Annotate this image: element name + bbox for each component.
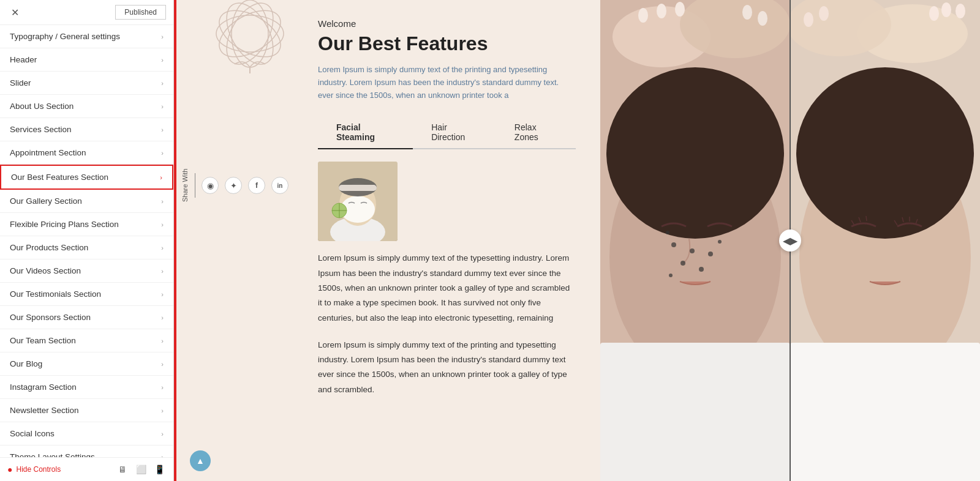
sidebar-chevron-icon: ›: [161, 267, 164, 275]
before-after-handle[interactable]: ◀▶: [779, 229, 801, 252]
sidebar-item-17[interactable]: Social Icons›: [0, 422, 173, 446]
svg-point-51: [819, 6, 829, 21]
instagram-share-icon[interactable]: ◉: [202, 177, 219, 194]
sidebar-item-label: Slider: [10, 78, 31, 88]
svg-point-27: [666, 231, 669, 234]
svg-point-25: [699, 267, 704, 272]
sidebar-item-9[interactable]: Our Products Section›: [0, 236, 173, 259]
mobile-icon[interactable]: 📱: [153, 463, 166, 476]
close-button[interactable]: ✕: [7, 5, 22, 20]
sidebar-item-10[interactable]: Our Videos Section›: [0, 259, 173, 283]
sidebar-item-label: Our Sponsors Section: [10, 313, 91, 322]
sidebar-item-label: About Us Section: [10, 102, 74, 111]
sidebar-header: ✕ Published: [0, 0, 173, 25]
feature-tabs: Facial Steaming Hair Direction Relax Zon…: [318, 116, 576, 149]
feature-image: [318, 162, 398, 241]
tablet-icon[interactable]: ⬜: [134, 463, 148, 476]
svg-rect-21: [600, 343, 790, 481]
svg-point-32: [675, 2, 685, 17]
sidebar-item-2[interactable]: Slider›: [0, 72, 173, 95]
sidebar-item-15[interactable]: Instagram Section›: [0, 376, 173, 399]
tab-facial-steaming[interactable]: Facial Steaming: [318, 116, 413, 149]
svg-point-1: [232, 0, 268, 67]
svg-point-33: [742, 5, 752, 20]
hide-controls-button[interactable]: ● Hide Controls: [7, 464, 61, 474]
svg-point-20: [606, 67, 784, 239]
sidebar-item-11[interactable]: Our Testimonials Section›: [0, 283, 173, 306]
flower-decoration: [201, 0, 299, 76]
published-button[interactable]: Published: [115, 5, 166, 20]
main-title: Our Best Features: [318, 32, 576, 55]
sidebar-item-label: Social Icons: [10, 429, 55, 438]
sidebar-chevron-icon: ›: [161, 244, 164, 252]
svg-line-42: [866, 216, 867, 221]
facebook-share-icon[interactable]: f: [248, 177, 265, 194]
sidebar-nav: Typography / General settings›Header›Sli…: [0, 25, 173, 457]
sidebar: ✕ Published Typography / General setting…: [0, 0, 174, 481]
svg-point-24: [690, 248, 695, 253]
sidebar-chevron-icon: ›: [161, 360, 164, 368]
svg-point-34: [758, 11, 767, 26]
sidebar-footer: ● Hide Controls 🖥 ⬜ 📱: [0, 457, 173, 481]
share-with-label: Share With: [181, 169, 189, 202]
sidebar-chevron-icon: ›: [161, 198, 164, 205]
sidebar-chevron-icon: ›: [161, 407, 164, 414]
sidebar-item-6[interactable]: Our Best Features Section›: [0, 165, 173, 190]
sidebar-item-label: Appointment Section: [10, 148, 86, 157]
tab-hair-direction[interactable]: Hair Direction: [413, 116, 496, 149]
sidebar-chevron-icon: ›: [161, 33, 164, 40]
hide-controls-label: Hide Controls: [16, 465, 61, 474]
svg-point-23: [680, 261, 685, 266]
twitter-share-icon[interactable]: ✦: [225, 177, 242, 194]
sidebar-chevron-icon: ›: [161, 314, 164, 321]
svg-point-4: [216, 15, 284, 52]
scroll-top-button[interactable]: ▲: [190, 450, 211, 471]
sidebar-item-label: Theme Layout Settings: [10, 452, 95, 457]
sidebar-item-3[interactable]: About Us Section›: [0, 95, 173, 118]
social-divider-line: [195, 173, 195, 198]
sidebar-chevron-icon: ›: [161, 291, 164, 298]
sidebar-item-18[interactable]: Theme Layout Settings›: [0, 446, 173, 457]
linkedin-share-icon[interactable]: in: [271, 177, 288, 194]
svg-point-5: [211, 1, 288, 67]
sidebar-item-4[interactable]: Services Section›: [0, 118, 173, 141]
sidebar-item-8[interactable]: Flexible Pricing Plans Section›: [0, 213, 173, 236]
sidebar-chevron-icon: ›: [161, 430, 164, 438]
sidebar-item-5[interactable]: Appointment Section›: [0, 141, 173, 165]
sidebar-item-13[interactable]: Our Team Section›: [0, 329, 173, 352]
svg-point-49: [941, 2, 951, 17]
sidebar-item-16[interactable]: Newsletter Section›: [0, 399, 173, 422]
face-mask-figure: [318, 162, 398, 241]
sidebar-item-label: Instagram Section: [10, 382, 77, 392]
sidebar-item-label: Our Team Section: [10, 336, 76, 345]
sidebar-chevron-icon: ›: [161, 384, 164, 391]
sidebar-item-1[interactable]: Header›: [0, 48, 173, 72]
handle-arrows-icon: ◀▶: [783, 235, 797, 247]
footer-icons: 🖥 ⬜ 📱: [116, 463, 166, 476]
sidebar-item-7[interactable]: Our Gallery Section›: [0, 190, 173, 213]
sidebar-item-0[interactable]: Typography / General settings›: [0, 25, 173, 48]
sidebar-chevron-icon: ›: [161, 126, 164, 133]
sidebar-item-label: Services Section: [10, 125, 72, 134]
sidebar-item-12[interactable]: Our Sponsors Section›: [0, 306, 173, 329]
before-after-slider[interactable]: ◀▶: [600, 0, 980, 481]
body-text-2: Lorem Ipsum is simply dummy text of the …: [318, 338, 576, 397]
sidebar-item-label: Our Best Features Section: [11, 173, 108, 182]
svg-point-39: [796, 67, 974, 239]
svg-rect-12: [339, 185, 377, 191]
content-area: Welcome Our Best Features Lorem Ipsum is…: [293, 0, 600, 481]
tab-relax-zones[interactable]: Relax Zones: [496, 116, 576, 149]
svg-point-26: [708, 252, 713, 256]
intro-text: Lorem Ipsum is simply dummy text of the …: [318, 64, 576, 102]
scroll-top-icon: ▲: [196, 456, 205, 466]
svg-point-22: [671, 242, 676, 247]
after-image: [790, 0, 980, 481]
sidebar-item-label: Our Blog: [10, 359, 42, 368]
sidebar-item-14[interactable]: Our Blog›: [0, 352, 173, 376]
svg-point-2: [217, 0, 283, 72]
svg-point-30: [638, 8, 648, 23]
sidebar-item-label: Our Gallery Section: [10, 196, 82, 206]
desktop-icon[interactable]: 🖥: [116, 463, 129, 476]
sidebar-item-label: Newsletter Section: [10, 406, 79, 415]
main-content: Share With ◉ ✦ f in: [176, 0, 980, 481]
